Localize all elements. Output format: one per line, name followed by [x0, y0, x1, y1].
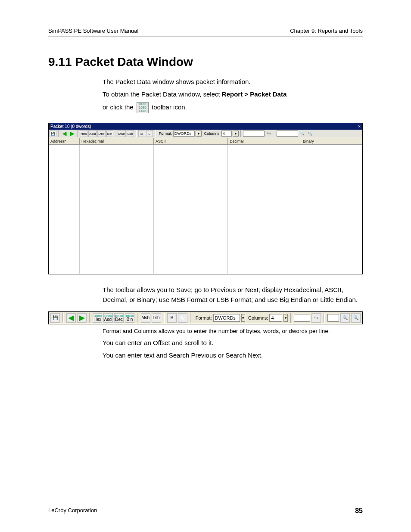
prev-button[interactable]: ◀ [61, 130, 68, 137]
window-titlebar: Packet 10 (0 dwords) × [49, 123, 362, 130]
header-right: Chapter 9: Reports and Tools [290, 28, 363, 34]
big-endian-button[interactable]: B [167, 313, 177, 323]
col-body-hex [80, 145, 154, 274]
col-hex[interactable]: Hexadecimal [80, 138, 154, 144]
columns-dropdown-icon[interactable]: ▾ [233, 131, 239, 137]
lsb-button[interactable]: Lsb [152, 313, 161, 323]
columns-label: Columns: [248, 315, 268, 320]
col-body-decimal [228, 145, 301, 274]
format-dropdown-icon[interactable]: ▾ [241, 314, 245, 322]
columns-input[interactable] [269, 314, 282, 322]
columns-dropdown-icon[interactable]: ▾ [283, 314, 287, 322]
separator [137, 313, 138, 323]
format-input[interactable] [173, 131, 195, 137]
separator [290, 313, 292, 323]
search-prev-button[interactable]: 🔍 [299, 130, 306, 137]
data-grid [49, 145, 362, 274]
col-body-ascii [154, 145, 228, 274]
offset-input[interactable] [294, 314, 310, 322]
little-endian-button[interactable]: L [146, 130, 153, 137]
toolbar-desc: The toolbar allows you to Save; go to Pr… [103, 285, 363, 305]
intro-p1: The Packet Data window shows packet info… [103, 77, 363, 87]
section-title: 9.11 Packet Data Window [48, 55, 363, 69]
asci-label: Asci [104, 317, 112, 322]
separator [89, 313, 90, 323]
search-prev-button[interactable]: 🔍 [340, 313, 350, 323]
separator [164, 313, 165, 323]
separator [274, 130, 275, 137]
columns-input[interactable] [221, 131, 232, 137]
separator [190, 313, 191, 323]
search-next-button[interactable]: 🔍 [351, 313, 361, 323]
separator [136, 130, 137, 137]
separator [77, 130, 78, 137]
hex-button[interactable]: Hex [80, 130, 87, 137]
goto-button[interactable]: ↪ [265, 130, 272, 137]
format-dropdown-icon[interactable]: ▾ [196, 131, 202, 137]
hex-label: Hex [93, 317, 101, 322]
column-headers: Address* Hexadecimal ASCII Decimal Binar… [49, 138, 362, 145]
separator [58, 130, 59, 137]
save-button[interactable]: 💾 [50, 130, 56, 137]
col-address[interactable]: Address* [49, 138, 80, 144]
search-next-button[interactable]: 🔍 [307, 130, 314, 137]
separator [62, 313, 64, 323]
separator [115, 130, 116, 137]
separator [240, 130, 241, 137]
col-binary[interactable]: Binary [301, 138, 362, 144]
separator [155, 130, 156, 137]
msb-button[interactable]: Msb [118, 130, 126, 137]
intro-p2: To obtain the Packet Data window, select… [103, 89, 363, 99]
search-desc: You can enter text and Search Previous o… [103, 350, 363, 360]
col-body-binary [301, 145, 362, 274]
search-input[interactable] [277, 131, 298, 137]
next-button[interactable]: ▶ [68, 130, 75, 137]
lsb-button[interactable]: Lsb [127, 130, 134, 137]
dec-button[interactable]: 10100Dec [114, 313, 124, 323]
separator [324, 313, 325, 323]
bin-label: Bin [127, 317, 133, 322]
format-label: Format: [196, 315, 212, 320]
offset-input[interactable] [243, 131, 265, 137]
intro-p3: or click the 0100 1010 1100 toolbar icon… [103, 102, 363, 113]
big-endian-button[interactable]: B [138, 130, 145, 137]
dec-label: Dec [115, 317, 123, 322]
little-endian-button[interactable]: L [178, 313, 187, 323]
asci-button[interactable]: 10100Asci [103, 313, 113, 323]
toolbar-large-figure: 💾 ◀ ▶ 10100Hex 10100Asci 10100Dec 10100B… [48, 311, 363, 324]
intro-p2a: To obtain the Packet Data window, select [103, 90, 222, 98]
footer-company: LeCroy Corporation [48, 507, 97, 515]
msb-button[interactable]: Msb [141, 313, 150, 323]
intro-p3a: or click the [103, 103, 135, 111]
format-input[interactable] [213, 314, 240, 322]
format-label: Format: [159, 131, 172, 136]
save-button[interactable]: 💾 [50, 313, 60, 323]
page-number: 85 [355, 507, 363, 515]
packet-data-window: Packet 10 (0 dwords) × 💾 ◀ ▶ Hex Asci De… [48, 123, 363, 274]
offset-desc: You can enter an Offset and scroll to it… [103, 338, 363, 348]
header-left: SimPASS PE Software User Manual [48, 28, 138, 34]
col-body-address [49, 145, 80, 274]
format-columns-desc: Format and Columns allows you to enter t… [103, 328, 363, 334]
close-icon[interactable]: × [358, 124, 361, 129]
menu-path: Report > Packet Data [222, 90, 286, 98]
columns-label: Columns: [204, 131, 221, 136]
window-title: Packet 10 (0 dwords) [50, 124, 91, 129]
hex-button[interactable]: 10100Hex [93, 313, 102, 323]
next-button[interactable]: ▶ [77, 313, 87, 323]
dec-button[interactable]: Dec [97, 130, 105, 137]
prev-button[interactable]: ◀ [66, 313, 76, 323]
goto-button[interactable]: ↪ [311, 313, 321, 323]
search-input[interactable] [327, 314, 339, 322]
packet-data-toolbar-icon: 0100 1010 1100 [137, 102, 149, 113]
toolbar-small: 💾 ◀ ▶ Hex Asci Dec Bin Msb Lsb B L Forma… [49, 130, 362, 138]
intro-p3b: toolbar icon. [152, 103, 187, 111]
asci-button[interactable]: Asci [88, 130, 97, 137]
col-ascii[interactable]: ASCII [154, 138, 228, 144]
col-decimal[interactable]: Decimal [228, 138, 301, 144]
bin-button[interactable]: Bin [106, 130, 113, 137]
icon-bits-3: 1100 [139, 109, 146, 113]
bin-button[interactable]: 10100Bin [125, 313, 134, 323]
